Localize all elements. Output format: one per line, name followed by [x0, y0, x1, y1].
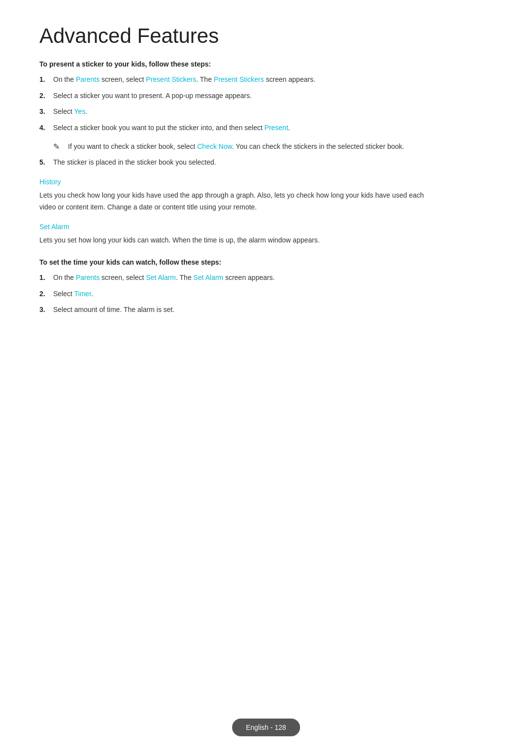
step3-text-after: . — [85, 107, 87, 115]
s4-step1-text-middle2: . The — [176, 274, 194, 281]
note-text: If you want to check a sticker book, sel… — [68, 141, 404, 152]
step1-text-middle2: . The — [196, 75, 214, 83]
page-title: Advanced Features — [39, 24, 433, 48]
check-now-link[interactable]: Check Now — [197, 142, 232, 150]
list-item: 2. Select Timer. — [39, 288, 433, 299]
set-alarm-title: Set Alarm — [39, 223, 433, 231]
set-alarm-section: Set Alarm Lets you set how long your kid… — [39, 223, 433, 246]
step5-list: 5. The sticker is placed in the sticker … — [39, 157, 433, 168]
step-content: Select amount of time. The alarm is set. — [53, 304, 433, 315]
present-stickers-link-2[interactable]: Present Stickers — [214, 75, 264, 83]
yes-link[interactable]: Yes — [74, 107, 86, 115]
footer-badge: English - 128 — [232, 719, 300, 736]
list-item: 1. On the Parents screen, select Present… — [39, 74, 433, 85]
step-number: 2. — [39, 288, 53, 299]
steps-list-2: 1. On the Parents screen, select Set Ala… — [39, 272, 433, 315]
step-content: Select Timer. — [53, 288, 433, 299]
step-number: 5. — [39, 157, 53, 168]
step1-text-before: On the — [53, 75, 76, 83]
note-text-after: . You can check the stickers in the sele… — [232, 142, 404, 150]
present-stickers-link-1[interactable]: Present Stickers — [146, 75, 196, 83]
step-content: Select Yes. — [53, 106, 433, 117]
parents-link-2[interactable]: Parents — [76, 274, 100, 281]
set-alarm-body: Lets you set how long your kids can watc… — [39, 235, 433, 246]
steps-list-1: 1. On the Parents screen, select Present… — [39, 74, 433, 133]
set-alarm-link-1[interactable]: Set Alarm — [146, 274, 176, 281]
history-body: Lets you check how long your kids have u… — [39, 190, 433, 213]
step-number: 1. — [39, 272, 53, 283]
list-item: 3. Select Yes. — [39, 106, 433, 117]
list-item: 4. Select a sticker book you want to put… — [39, 122, 433, 133]
step1-text-middle1: screen, select — [100, 75, 146, 83]
step-content: Select a sticker book you want to put th… — [53, 122, 433, 133]
s4-step1-text-middle1: screen, select — [100, 274, 146, 281]
step-content: The sticker is placed in the sticker boo… — [53, 157, 433, 168]
step-content: Select a sticker you want to present. A … — [53, 90, 433, 101]
s4-step1-text-after: screen appears. — [223, 274, 274, 281]
set-alarm-link-2[interactable]: Set Alarm — [194, 274, 224, 281]
s4-step1-text-before: On the — [53, 274, 76, 281]
note-text-before: If you want to check a sticker book, sel… — [68, 142, 197, 150]
timer-link[interactable]: Timer — [74, 290, 91, 298]
list-item: 2. Select a sticker you want to present.… — [39, 90, 433, 101]
step-number: 4. — [39, 122, 53, 133]
list-item: 1. On the Parents screen, select Set Ala… — [39, 272, 433, 283]
s4-step2-text-after: . — [91, 290, 93, 298]
note-icon: ✎ — [53, 142, 64, 151]
step4-text-after: . — [288, 124, 290, 132]
note-block: ✎ If you want to check a sticker book, s… — [53, 141, 433, 152]
section1-heading: To present a sticker to your kids, follo… — [39, 60, 433, 68]
step3-text-before: Select — [53, 107, 74, 115]
step-number: 2. — [39, 90, 53, 101]
step4-text-before: Select a sticker book you want to put th… — [53, 124, 265, 132]
step-number: 3. — [39, 304, 53, 315]
list-item: 5. The sticker is placed in the sticker … — [39, 157, 433, 168]
section4-container: To set the time your kids can watch, fol… — [39, 258, 433, 315]
step-number: 3. — [39, 106, 53, 117]
step1-text-after: screen appears. — [264, 75, 315, 83]
step-content: On the Parents screen, select Set Alarm.… — [53, 272, 433, 283]
step-number: 1. — [39, 74, 53, 85]
step-content: On the Parents screen, select Present St… — [53, 74, 433, 85]
s4-step2-text-before: Select — [53, 290, 74, 298]
parents-link-1[interactable]: Parents — [76, 75, 100, 83]
list-item: 3. Select amount of time. The alarm is s… — [39, 304, 433, 315]
history-title: History — [39, 178, 433, 186]
history-section: History Lets you check how long your kid… — [39, 178, 433, 213]
present-link[interactable]: Present — [265, 124, 288, 132]
section4-heading: To set the time your kids can watch, fol… — [39, 258, 433, 266]
